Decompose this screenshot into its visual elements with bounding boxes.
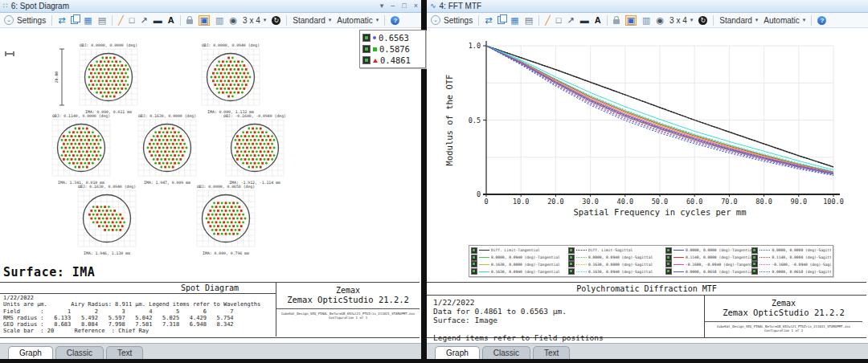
rectangle-tool-button[interactable]: □	[128, 15, 137, 26]
spot-plot	[51, 119, 111, 177]
visibility-toggle-icon[interactable]	[568, 268, 575, 275]
mtf-toolbar: ⌄Settings⇄▦▤╱□↗▬A▣▥◉3 x 4▾↻Standard▾Auto…	[427, 13, 868, 28]
rectangle-tool-button[interactable]: □	[555, 15, 563, 26]
help-icon: ?	[391, 16, 399, 25]
line-tool-button[interactable]: ╱	[543, 15, 552, 26]
visibility-toggle-icon[interactable]	[362, 56, 371, 64]
rotate-button[interactable]: ↻	[697, 15, 709, 26]
visibility-toggle-icon[interactable]	[751, 247, 758, 254]
line-tool-button[interactable]: ╱	[117, 15, 125, 26]
legend-line-sample	[760, 264, 770, 265]
visibility-toggle-icon[interactable]	[751, 261, 758, 267]
standard-dropdown[interactable]: Standard▾	[291, 15, 333, 26]
spot-toolbar: ⌄Settings⇄▦▤╱□↗▬A▣▥◉3 x 4▾↻Standard▾Auto…	[0, 13, 421, 28]
camera-button[interactable]: ◉	[654, 15, 665, 26]
arrow-tool-button[interactable]: ↗	[138, 15, 149, 26]
visibility-toggle-icon[interactable]	[471, 268, 477, 275]
text-tool-button[interactable]: A	[593, 15, 603, 26]
arrow-tool-button[interactable]: ↗	[565, 15, 575, 26]
x-tick-label: 10.0	[513, 198, 529, 206]
toolbar-separator	[180, 15, 181, 26]
help-button[interactable]: ?	[816, 15, 828, 26]
spot-window-titlebar[interactable]: ∷ 6: Spot Diagram ▾ – □ ×	[0, 0, 421, 13]
settings-dropdown[interactable]: ⌄Settings	[429, 14, 474, 26]
visibility-toggle-icon[interactable]	[568, 255, 575, 261]
y-tick-label: 1.0	[469, 42, 481, 50]
visibility-toggle-icon[interactable]	[471, 255, 477, 261]
save-button[interactable]: ▦	[509, 15, 520, 26]
tab-graph[interactable]: Graph	[8, 346, 53, 359]
grid-layout-dropdown[interactable]: 3 x 4▾	[241, 15, 268, 26]
copy-button[interactable]	[496, 15, 506, 25]
legend-line-sample	[479, 271, 489, 272]
grid-layout-dropdown[interactable]: 3 x 4▾	[668, 15, 694, 26]
settings-dropdown[interactable]: ⌄Settings	[2, 14, 47, 26]
minimize-button[interactable]: –	[391, 2, 395, 10]
fit-window-icon: ▣	[625, 15, 637, 26]
wavelength-marker-square	[373, 47, 377, 51]
visibility-toggle-icon[interactable]	[665, 255, 672, 261]
chevron-down-icon: ▾	[264, 17, 267, 23]
visibility-toggle-icon[interactable]	[362, 34, 371, 42]
print-button[interactable]: ▤	[523, 15, 534, 26]
print-button[interactable]: ▤	[96, 15, 108, 26]
tab-classic[interactable]: Classic	[482, 346, 530, 359]
visibility-toggle-icon[interactable]	[568, 261, 575, 267]
legend-line-sample	[576, 250, 587, 251]
automatic-dropdown[interactable]: Automatic▾	[335, 15, 380, 26]
visibility-toggle-icon[interactable]	[665, 261, 672, 267]
tab-classic[interactable]: Classic	[55, 346, 104, 359]
tab-graph[interactable]: Graph	[435, 346, 480, 359]
legend-label: 0.1630, 0.0000 (deg)-Sagittal	[588, 263, 653, 267]
thick-line-tool-button[interactable]: ▬	[152, 15, 164, 26]
window-menu-button[interactable]: ▾	[380, 2, 384, 10]
update-button[interactable]: ⇄	[56, 15, 67, 26]
x-tick-label: 20.0	[547, 198, 563, 206]
toolbar-separator	[713, 15, 714, 26]
zemax-brand: Zemax	[705, 299, 862, 308]
mtf-window-titlebar[interactable]: ∿ 4: FFT MTF	[427, 0, 868, 13]
wavelength-legend-row: 0.4861	[362, 55, 423, 66]
legend-label: 0.0000, 0.0658 (deg)-Sagittal	[772, 270, 831, 274]
help-button[interactable]: ?	[389, 15, 401, 26]
lock-button[interactable]	[612, 16, 621, 25]
save-button[interactable]: ▦	[82, 15, 93, 26]
visibility-toggle-icon[interactable]	[568, 247, 575, 254]
copy-button[interactable]	[69, 15, 80, 25]
maximize-button[interactable]: □	[402, 2, 406, 10]
legend-line-sample	[674, 271, 684, 272]
zemax-version: Zemax OpticStudio 21.2.2	[276, 295, 420, 304]
close-button[interactable]: ×	[414, 2, 418, 10]
clone-window-button[interactable]: ▥	[641, 15, 652, 26]
tab-text[interactable]: Text	[106, 346, 143, 359]
spot-diagram: OBJ: 0.0000, 0.0000 (deg)IMA: 0.000, 0.0…	[64, 43, 153, 115]
visibility-toggle-icon[interactable]	[665, 268, 672, 275]
visibility-toggle-icon[interactable]	[471, 261, 477, 267]
automatic-dropdown[interactable]: Automatic▾	[762, 15, 807, 26]
visibility-toggle-icon[interactable]	[751, 255, 758, 261]
clone-window-button[interactable]: ▥	[214, 15, 225, 26]
toolbar-separator	[51, 15, 52, 26]
visibility-toggle-icon[interactable]	[471, 247, 477, 254]
x-tick-label: 0	[484, 198, 488, 206]
standard-dropdown[interactable]: Standard▾	[718, 15, 760, 26]
visibility-toggle-icon[interactable]	[362, 45, 371, 53]
lock-button[interactable]	[185, 16, 194, 25]
legend-label: Diff. Limit-Sagittal	[588, 248, 633, 252]
fit-window-button[interactable]: ▣	[624, 14, 638, 27]
scale-handle-icon[interactable]	[5, 53, 14, 55]
thick-line-tool-button[interactable]: ▬	[579, 15, 591, 26]
fit-window-button[interactable]: ▣	[197, 14, 211, 27]
visibility-toggle-icon[interactable]	[665, 247, 672, 254]
visibility-toggle-icon[interactable]	[751, 268, 758, 275]
legend-line-sample	[674, 250, 684, 251]
rotate-button[interactable]: ↻	[270, 15, 282, 26]
spot-diagram-icon: ∷	[3, 2, 8, 10]
text-tool-button[interactable]: A	[166, 15, 176, 26]
camera-button[interactable]: ◉	[227, 15, 239, 26]
spot-scale-bar: 20.00	[53, 48, 66, 109]
update-button[interactable]: ⇄	[483, 15, 493, 26]
spot-diagram: OBJ: 0.1630, 0.0940 (deg)IMA: 1.946, 1.1…	[63, 184, 151, 256]
tab-text[interactable]: Text	[533, 346, 570, 359]
legend-label: -0.1600, -0.0940 (deg)-Tangential	[686, 263, 752, 267]
